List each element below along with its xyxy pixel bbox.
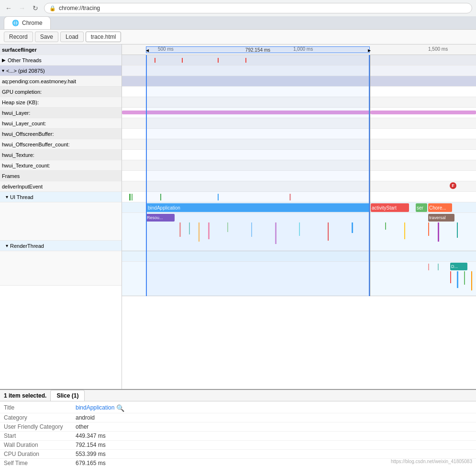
range-right-arrow: ▶ xyxy=(368,48,371,53)
tab-title: Chrome xyxy=(22,20,43,26)
bottom-panel: 1 item selected. Slice (1) Title bindApp… xyxy=(0,389,476,466)
timeline-row-pid xyxy=(122,76,476,87)
timeline-content: F bindApplication activityStart xyxy=(122,55,476,296)
left-row-other-threads[interactable]: ▶ Other Threads xyxy=(0,55,122,66)
timeline-row-other-threads xyxy=(122,66,476,76)
info-row-title: Title bindApplication 🔍 xyxy=(0,403,476,413)
info-value-user-friendly-category: other xyxy=(76,423,89,430)
bottom-tabs-row: 1 item selected. Slice (1) xyxy=(0,390,476,401)
watermark: https://blog.csdn.net/weixin_41805083 xyxy=(391,459,472,464)
left-row-aq: aq:pending:com.eastmoney.hait xyxy=(0,76,122,87)
chore-label: Chore... xyxy=(428,205,447,211)
nav-reload-button[interactable]: ↻ xyxy=(31,3,40,13)
browser-chrome: ← → ↻ 🔒 chrome://tracing 🌐 Chrome xyxy=(0,0,476,30)
traversal-label: traversal xyxy=(428,215,447,220)
left-row-pid[interactable]: ▾ <...> (pid 20875) xyxy=(0,66,122,76)
browser-tab[interactable]: 🌐 Chrome xyxy=(4,16,51,29)
chore-bar[interactable]: Chore... xyxy=(428,203,452,212)
address-bar-url[interactable]: chrome://tracing xyxy=(59,5,100,11)
bind-application-label: bindApplication xyxy=(146,205,182,211)
d-label: D... xyxy=(450,264,459,269)
trace-mark-3 xyxy=(218,58,219,63)
timeline-row-hwui-offscreenbuffer xyxy=(122,139,476,150)
info-value-wall-duration: 792.154 ms xyxy=(76,442,106,448)
left-row-hwui-offscreenbuffer: hwui_OffscreenBuffer: xyxy=(0,129,122,139)
info-label-cpu-duration: CPU Duration xyxy=(4,451,76,457)
left-row-surfaceflinger: surfaceflinger xyxy=(0,44,122,55)
ser-label: ser xyxy=(416,205,424,211)
d-bar[interactable]: D... xyxy=(450,263,467,270)
timeline-row-deliver xyxy=(122,192,476,202)
timeline-row-render-thread[interactable] xyxy=(122,251,476,262)
tab-favicon: 🌐 xyxy=(12,20,19,26)
range-left-arrow: ◀ xyxy=(146,48,149,53)
tab-bar: 🌐 Chrome xyxy=(0,16,476,29)
info-value-start: 449.347 ms xyxy=(76,433,106,439)
info-label-category: Category xyxy=(4,414,76,421)
left-row-render-thread[interactable]: ▾ RenderThread xyxy=(0,241,122,251)
activity-start-bar[interactable]: activityStart xyxy=(371,203,409,212)
active-tab-name: trace.html xyxy=(86,32,122,42)
info-value-category: android xyxy=(76,414,95,421)
expand-arrow-ui[interactable]: ▾ xyxy=(6,194,8,200)
left-row-hwui-layer-count: hwui_Layer_count: xyxy=(0,118,122,129)
timeline-row-heap xyxy=(122,108,476,118)
frame-marker-f: F xyxy=(450,182,456,189)
left-row-hwui-offscreenbuffer-count: hwui_OffscreenBuffer_count: xyxy=(0,139,122,150)
slice-tab[interactable]: Slice (1) xyxy=(50,390,85,401)
save-button[interactable]: Save xyxy=(35,32,58,42)
record-button[interactable]: Record xyxy=(4,32,33,42)
address-bar: 🔒 chrome://tracing xyxy=(44,3,472,13)
tracing-toolbar: Record Save Load trace.html xyxy=(0,30,476,44)
timeline-row-aq xyxy=(122,87,476,97)
timeline-row-hwui-texture xyxy=(122,160,476,171)
bind-application-bar[interactable]: bindApplication xyxy=(146,203,370,212)
expand-arrow-render[interactable]: ▾ xyxy=(6,243,8,248)
resou-bar[interactable]: Resou... xyxy=(146,214,175,222)
timeline-ruler: 500 ms 1,000 ms 1,500 ms 792.154 ms ◀ ▶ xyxy=(122,44,476,55)
ui-thread-detail: Resou... traversal xyxy=(122,213,476,251)
info-label-title: Title xyxy=(4,404,76,412)
info-label-user-friendly-category: User Friendly Category xyxy=(4,423,76,430)
resou-label: Resou... xyxy=(146,215,164,220)
bottom-content: Title bindApplication 🔍 Category android… xyxy=(0,401,476,466)
render-thread-detail: D... xyxy=(122,262,476,296)
info-row-category: Category android xyxy=(0,413,476,422)
right-panel: 500 ms 1,000 ms 1,500 ms 792.154 ms ◀ ▶ xyxy=(122,44,476,389)
timeline-row-ui-thread[interactable]: bindApplication activityStart ser Chore.… xyxy=(122,202,476,213)
expand-arrow-pid[interactable]: ▾ xyxy=(2,68,4,73)
trace-mark-1 xyxy=(155,58,155,63)
lock-icon: 🔒 xyxy=(49,5,56,11)
search-icon[interactable]: 🔍 xyxy=(116,404,124,412)
browser-nav: ← → ↻ 🔒 chrome://tracing xyxy=(0,0,476,16)
info-row-wall-duration: Wall Duration 792.154 ms xyxy=(0,441,476,450)
info-value-title[interactable]: bindApplication xyxy=(76,404,114,412)
heap-bar-right xyxy=(371,111,476,114)
info-row-start: Start 449.347 ms xyxy=(0,432,476,441)
selection-range: 792.154 ms xyxy=(146,46,370,53)
ruler-mark-1500: 1,500 ms xyxy=(428,46,448,52)
timeline-row-hwui-texture-count xyxy=(122,171,476,181)
left-panel: surfaceflinger ▶ Other Threads ▾ <...> (… xyxy=(0,44,122,389)
timeline-row-frames: F xyxy=(122,181,476,192)
info-value-cpu-duration: 553.399 ms xyxy=(76,451,106,457)
left-row-ui-detail xyxy=(0,202,122,241)
traversal-bar[interactable]: traversal xyxy=(428,214,454,222)
expand-arrow-other-threads[interactable]: ▶ xyxy=(2,57,6,63)
trace-mark-4 xyxy=(245,58,246,63)
timeline-row-gpu xyxy=(122,97,476,108)
trace-mark-2 xyxy=(182,58,183,63)
ser-bar[interactable]: ser xyxy=(416,203,427,212)
nav-forward-button[interactable]: → xyxy=(17,3,27,13)
left-row-heap: Heap size (KB): xyxy=(0,97,122,108)
timeline-row-hwui-offscreenbuffer-count xyxy=(122,150,476,160)
nav-back-button[interactable]: ← xyxy=(4,3,13,13)
left-row-ui-thread[interactable]: ▾ UI Thread xyxy=(0,192,122,202)
left-row-render-detail xyxy=(0,251,122,286)
timeline-row-hwui-layer-count xyxy=(122,129,476,139)
info-row-cpu-duration: CPU Duration 553.399 ms xyxy=(0,450,476,459)
load-button[interactable]: Load xyxy=(60,32,84,42)
info-label-wall-duration: Wall Duration xyxy=(4,442,76,448)
activity-start-label: activityStart xyxy=(371,205,398,211)
info-label-start: Start xyxy=(4,433,76,439)
